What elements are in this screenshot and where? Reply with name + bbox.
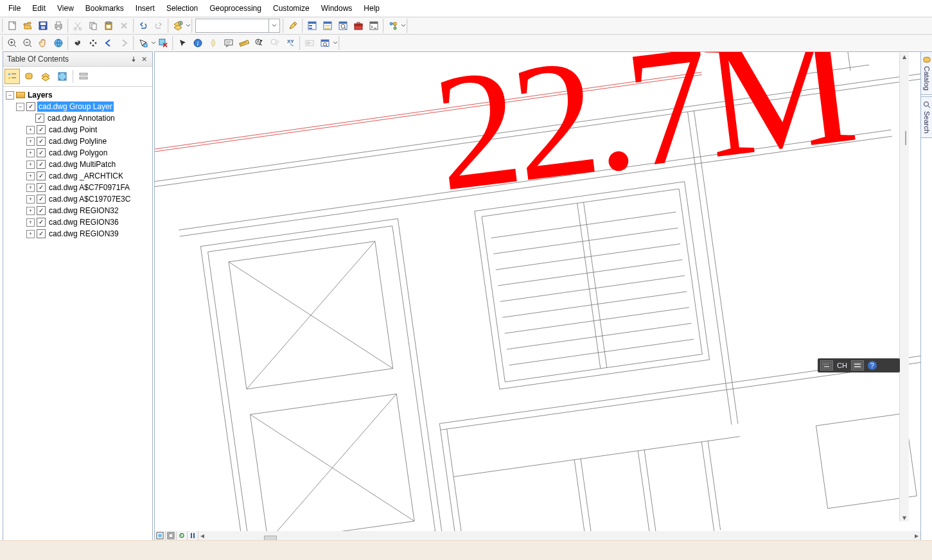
ime-help-icon[interactable]: ? [868, 361, 877, 370]
full-extent-button[interactable] [51, 35, 66, 51]
menu-file[interactable]: File [3, 2, 26, 15]
layout-view-button[interactable] [166, 531, 177, 540]
fixed-zoom-in-button[interactable] [70, 35, 85, 51]
toc-tree[interactable]: −Layers −cad.dwg Group Layer cad.dwg Ann… [3, 87, 152, 540]
ime-options-icon[interactable] [851, 360, 864, 371]
find-route-button[interactable] [267, 35, 283, 51]
tree-layer[interactable]: +cad.dwg REGION32 [3, 205, 152, 216]
menu-customize[interactable]: Customize [267, 2, 315, 15]
find-button[interactable]: A [252, 35, 267, 51]
menu-bookmarks[interactable]: Bookmarks [80, 2, 130, 15]
fixed-zoom-out-button[interactable] [85, 35, 101, 51]
prev-extent-button[interactable] [101, 35, 116, 51]
close-icon[interactable]: ✕ [139, 55, 148, 64]
arctoolbox-button[interactable] [351, 18, 366, 33]
menu-windows[interactable]: Windows [315, 2, 358, 15]
add-data-button[interactable] [170, 18, 186, 33]
clear-selection-button[interactable] [155, 35, 171, 51]
menu-insert[interactable]: Insert [130, 2, 161, 15]
checkbox-icon[interactable] [37, 195, 46, 204]
save-button[interactable] [35, 18, 51, 33]
catalog-tab[interactable]: Catalog [920, 51, 932, 95]
checkbox-icon[interactable] [37, 206, 46, 215]
scroll-thumb[interactable] [905, 131, 906, 145]
scroll-up-icon[interactable]: ▴ [900, 53, 909, 60]
scale-combobox[interactable] [195, 19, 280, 33]
tree-group-layer[interactable]: −cad.dwg Group Layer [3, 101, 152, 112]
toc-options-button[interactable] [76, 69, 91, 84]
tree-layer[interactable]: cad.dwg Annotation [3, 112, 152, 124]
dropdown-icon[interactable] [186, 21, 190, 31]
next-extent-button[interactable] [116, 35, 132, 51]
identify-button[interactable]: i [190, 35, 206, 51]
menu-help[interactable]: Help [358, 2, 385, 15]
tree-layer[interactable]: +cad.dwg Point [3, 124, 152, 136]
model-builder-button[interactable] [385, 18, 401, 33]
pointer-button[interactable] [175, 35, 190, 51]
menu-view[interactable]: View [51, 2, 80, 15]
undo-button[interactable] [136, 18, 151, 33]
python-window-button[interactable] [366, 18, 382, 33]
map-view[interactable]: 22.7M ▴ ▾ [154, 51, 921, 532]
goto-xy-button[interactable]: XY [283, 35, 298, 51]
zoom-out-button[interactable] [20, 35, 35, 51]
tree-layer[interactable]: +cad.dwg _ARCHTICK [3, 170, 152, 182]
menu-selection[interactable]: Selection [161, 2, 204, 15]
search-tab[interactable]: Search [920, 96, 932, 138]
catalog-window-button[interactable] [320, 18, 335, 33]
time-slider-button[interactable] [302, 35, 317, 51]
checkbox-icon[interactable] [37, 148, 46, 157]
tree-layer[interactable]: +cad.dwg REGION36 [3, 216, 152, 228]
toc-list-by-visibility-button[interactable] [38, 69, 53, 84]
tree-layer[interactable]: +cad.dwg A$C7F0971FA [3, 182, 152, 193]
html-popup-button[interactable] [221, 35, 236, 51]
dropdown-icon[interactable] [401, 21, 405, 31]
tree-layer[interactable]: +cad.dwg Polyline [3, 136, 152, 147]
dropdown-icon[interactable] [333, 38, 337, 48]
tree-root-layers[interactable]: −Layers [3, 89, 152, 101]
toc-window-button[interactable] [304, 18, 320, 33]
print-button[interactable] [51, 18, 66, 33]
data-view-button[interactable] [155, 531, 166, 540]
cut-button[interactable] [70, 18, 85, 33]
tree-layer[interactable]: +cad.dwg MultiPatch [3, 159, 152, 170]
checkbox-icon[interactable] [37, 171, 46, 180]
tree-layer[interactable]: +cad.dwg REGION39 [3, 228, 152, 240]
scroll-right-icon[interactable]: ▸ [913, 531, 920, 540]
paste-button[interactable] [101, 18, 116, 33]
pause-button[interactable] [188, 531, 198, 540]
checkbox-icon[interactable] [37, 125, 46, 134]
toc-list-by-drawing-button[interactable] [4, 69, 20, 84]
zoom-in-button[interactable] [4, 35, 20, 51]
refresh-button[interactable] [177, 531, 188, 540]
checkbox-icon[interactable] [26, 102, 35, 111]
keyboard-icon[interactable] [820, 360, 833, 371]
editor-toolbar-button[interactable] [285, 18, 301, 33]
toc-list-by-selection-button[interactable] [55, 69, 70, 84]
ime-language-bar[interactable]: CH ? [818, 358, 900, 372]
menu-geoprocessing[interactable]: Geoprocessing [204, 2, 267, 15]
select-features-button[interactable] [136, 35, 151, 51]
tree-layer[interactable]: +cad.dwg A$C19707E3C [3, 193, 152, 205]
open-button[interactable] [20, 18, 35, 33]
checkbox-icon[interactable] [37, 160, 46, 169]
checkbox-icon[interactable] [35, 114, 44, 123]
scroll-left-icon[interactable]: ◂ [198, 531, 206, 540]
redo-button[interactable] [151, 18, 166, 33]
checkbox-icon[interactable] [37, 137, 46, 146]
pin-icon[interactable] [129, 55, 138, 64]
new-doc-button[interactable] [4, 18, 20, 33]
tree-layer[interactable]: +cad.dwg Polygon [3, 147, 152, 159]
checkbox-icon[interactable] [37, 218, 46, 227]
measure-button[interactable] [236, 35, 252, 51]
map-vertical-scrollbar[interactable]: ▴ ▾ [899, 53, 909, 521]
checkbox-icon[interactable] [37, 229, 46, 238]
map-horizontal-scrollbar[interactable]: ◂ ▸ [198, 531, 920, 540]
pan-button[interactable] [35, 35, 51, 51]
copy-button[interactable] [85, 18, 101, 33]
viewer-window-button[interactable] [317, 35, 333, 51]
toc-list-by-source-button[interactable] [21, 69, 37, 84]
search-window-button[interactable] [335, 18, 351, 33]
dropdown-icon[interactable] [151, 38, 155, 48]
checkbox-icon[interactable] [37, 183, 46, 192]
